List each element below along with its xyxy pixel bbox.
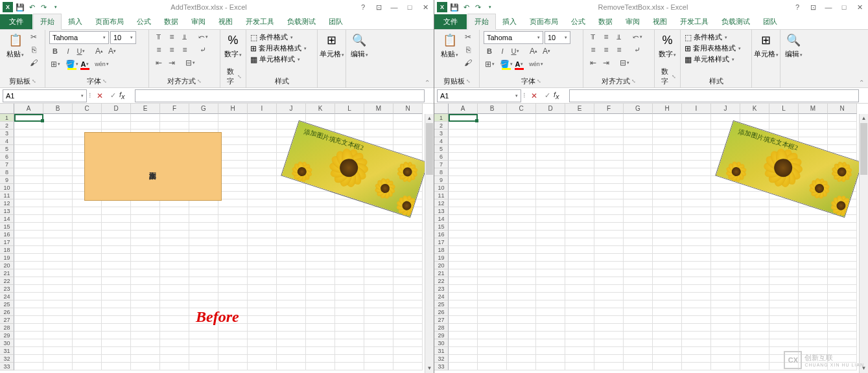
col-header-C[interactable]: C: [507, 104, 536, 114]
row-header-1[interactable]: 1: [434, 114, 449, 122]
italic-button[interactable]: I: [497, 45, 508, 57]
grow-font-button[interactable]: A▴: [528, 45, 539, 57]
vertical-scrollbar[interactable]: ▲ ▼: [859, 114, 868, 373]
editing-button[interactable]: 🔍编辑▾: [350, 31, 368, 60]
row-header-14[interactable]: 14: [0, 215, 14, 223]
phonetic-button[interactable]: wén▾: [530, 58, 542, 70]
wrap-text-button[interactable]: ⤶: [631, 44, 643, 56]
merge-button[interactable]: ⊟▾: [618, 57, 630, 69]
paste-button[interactable]: 📋粘贴▾: [4, 31, 27, 60]
row-header-6[interactable]: 6: [0, 153, 14, 161]
fx-icon[interactable]: fx: [554, 91, 569, 100]
minimize-button[interactable]: —: [823, 3, 834, 12]
tab-6[interactable]: 视图: [646, 14, 674, 29]
name-box[interactable]: A1▾: [437, 89, 521, 102]
row-header-8[interactable]: 8: [434, 168, 449, 176]
font-color-button[interactable]: A▾: [513, 58, 525, 70]
decrease-indent-button[interactable]: ⇤: [587, 57, 599, 69]
tab-8[interactable]: 负载测试: [715, 14, 757, 29]
row-header-21[interactable]: 21: [0, 269, 14, 277]
grow-font-button[interactable]: A▴: [93, 45, 105, 57]
vertical-scrollbar[interactable]: ▲ ▼: [425, 114, 434, 373]
cut-icon[interactable]: ✂: [462, 31, 474, 43]
row-header-16[interactable]: 16: [0, 231, 14, 238]
copy-icon[interactable]: ⎘: [462, 44, 474, 56]
row-header-28[interactable]: 28: [434, 324, 449, 332]
row-header-22[interactable]: 22: [434, 277, 449, 285]
font-name-select[interactable]: Tahoma▾: [49, 31, 109, 44]
number-format-button[interactable]: %数字▾: [659, 31, 676, 60]
col-header-J[interactable]: J: [277, 104, 306, 114]
tab-6[interactable]: 视图: [212, 14, 239, 29]
bold-button[interactable]: B: [484, 45, 495, 57]
align-left-button[interactable]: ≡: [153, 44, 165, 56]
file-tab[interactable]: 文件: [434, 14, 467, 29]
col-header-G[interactable]: G: [189, 104, 218, 114]
col-header-B[interactable]: B: [478, 104, 507, 114]
format-painter-icon[interactable]: 🖌: [462, 57, 474, 69]
font-launcher[interactable]: ⤡: [537, 78, 541, 84]
conditional-format-button[interactable]: ⬚条件格式▾: [250, 32, 313, 42]
phonetic-button[interactable]: wén▾: [96, 58, 108, 70]
align-center-button[interactable]: ≡: [166, 44, 178, 56]
undo-icon[interactable]: ↶: [462, 3, 471, 12]
row-header-24[interactable]: 24: [434, 293, 449, 300]
worksheet[interactable]: ABCDEFGHIJKLMN 1234567891011121314151617…: [434, 104, 868, 373]
row-header-9[interactable]: 9: [434, 176, 449, 184]
col-header-F[interactable]: F: [160, 104, 189, 114]
row-header-33[interactable]: 33: [434, 363, 449, 370]
enter-icon[interactable]: ✓: [541, 91, 554, 100]
col-header-D[interactable]: D: [102, 104, 131, 114]
redo-icon[interactable]: ↷: [39, 3, 48, 12]
scroll-thumb[interactable]: [860, 123, 867, 175]
align-bottom-button[interactable]: ⫫: [613, 31, 625, 43]
select-all-corner[interactable]: [434, 104, 449, 114]
tab-3[interactable]: 公式: [130, 14, 158, 29]
cancel-icon[interactable]: ✕: [528, 91, 541, 100]
scroll-down-icon[interactable]: ▼: [425, 364, 434, 373]
row-header-27[interactable]: 27: [0, 316, 14, 324]
name-box[interactable]: A1▾: [3, 89, 87, 102]
row-header-4[interactable]: 4: [0, 137, 14, 145]
row-header-16[interactable]: 16: [434, 231, 449, 238]
row-header-12[interactable]: 12: [434, 199, 449, 207]
tab-7[interactable]: 开发工具: [674, 14, 715, 29]
row-header-32[interactable]: 32: [434, 355, 449, 363]
editing-button[interactable]: 🔍编辑▾: [784, 31, 803, 60]
col-header-I[interactable]: I: [682, 104, 711, 114]
decrease-indent-button[interactable]: ⇤: [153, 57, 165, 69]
row-header-14[interactable]: 14: [434, 215, 449, 223]
fill-color-button[interactable]: 🪣▾: [66, 58, 78, 70]
save-icon[interactable]: 💾: [16, 3, 25, 12]
clipboard-launcher[interactable]: ⤡: [32, 78, 36, 84]
align-bottom-button[interactable]: ⫫: [179, 31, 191, 43]
help-button[interactable]: ?: [357, 3, 369, 12]
textbox-1[interactable]: 添加文本到文本框: [84, 132, 222, 201]
font-color-button[interactable]: A▾: [79, 58, 91, 70]
align-middle-button[interactable]: ≡: [166, 31, 178, 43]
row-header-28[interactable]: 28: [0, 324, 14, 332]
row-header-29[interactable]: 29: [434, 332, 449, 339]
cancel-icon[interactable]: ✕: [93, 91, 106, 100]
font-launcher[interactable]: ⤡: [102, 78, 107, 84]
align-top-button[interactable]: ⫪: [153, 31, 165, 43]
select-all-corner[interactable]: [0, 104, 14, 114]
col-header-E[interactable]: E: [565, 104, 594, 114]
wrap-text-button[interactable]: ⤶: [197, 44, 209, 56]
copy-icon[interactable]: ⎘: [28, 44, 40, 56]
qat-customize-icon[interactable]: ▾: [51, 3, 60, 12]
col-header-N[interactable]: N: [393, 104, 423, 114]
underline-button[interactable]: U▾: [75, 45, 87, 57]
col-header-H[interactable]: H: [218, 104, 248, 114]
close-button[interactable]: ✕: [854, 3, 865, 12]
tab-9[interactable]: 团队: [322, 14, 349, 29]
tab-3[interactable]: 公式: [565, 14, 592, 29]
row-header-2[interactable]: 2: [0, 122, 14, 130]
maximize-button[interactable]: □: [404, 3, 416, 12]
number-format-button[interactable]: %数字▾: [224, 31, 242, 60]
row-header-18[interactable]: 18: [0, 246, 14, 254]
fill-color-button[interactable]: 🪣▾: [500, 58, 512, 70]
merge-button[interactable]: ⊟▾: [184, 57, 196, 69]
formula-input[interactable]: [135, 89, 425, 102]
scroll-up-icon[interactable]: ▲: [425, 114, 434, 123]
